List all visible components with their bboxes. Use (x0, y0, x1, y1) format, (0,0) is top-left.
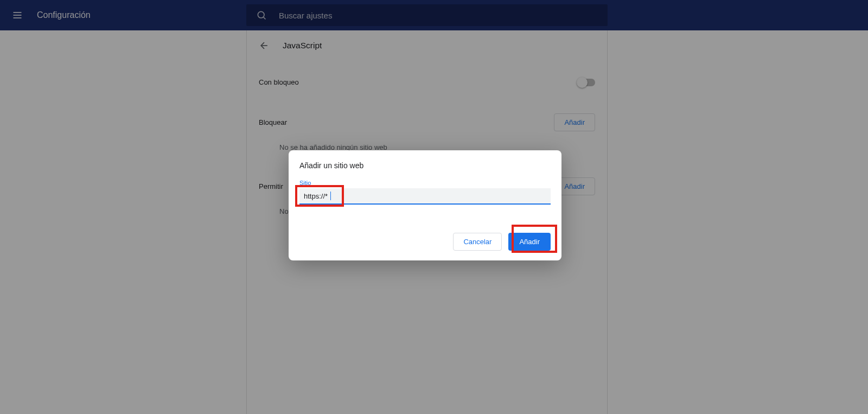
text-caret (330, 192, 331, 200)
cancel-button[interactable]: Cancelar (453, 233, 502, 251)
dialog-actions: Cancelar Añadir (299, 233, 551, 251)
add-confirm-button[interactable]: Añadir (508, 233, 551, 251)
dialog-title: Añadir un sitio web (299, 161, 551, 170)
site-field-label: Sitio (299, 180, 551, 186)
site-field-wrap (299, 188, 551, 205)
site-input[interactable] (299, 188, 551, 205)
add-site-dialog: Añadir un sitio web Sitio Cancelar Añadi… (289, 150, 561, 260)
